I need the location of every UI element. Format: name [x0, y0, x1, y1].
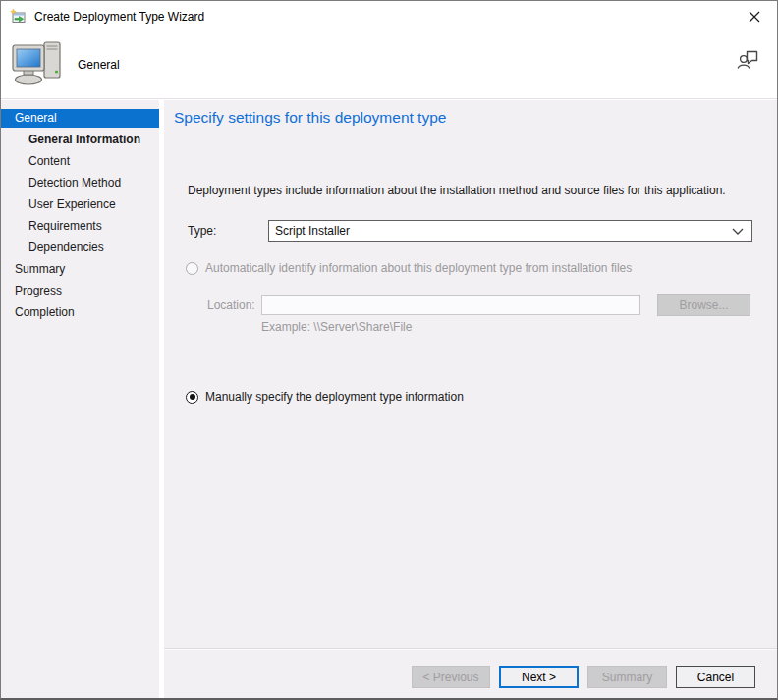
type-dropdown[interactable]: Script Installer — [268, 220, 752, 242]
location-example-text: Example: \\Server\Share\File — [261, 320, 412, 334]
description-text: Deployment types include information abo… — [188, 184, 757, 197]
wizard-header: General — [1, 31, 777, 99]
computer-icon — [11, 36, 66, 91]
summary-button[interactable]: Summary — [587, 666, 667, 688]
cancel-button[interactable]: Cancel — [676, 666, 755, 688]
type-label: Type: — [188, 224, 216, 238]
title-bar: Create Deployment Type Wizard — [1, 1, 777, 31]
nav-item-user-experience[interactable]: User Experience — [1, 195, 159, 214]
nav-item-detection-method[interactable]: Detection Method — [1, 174, 159, 192]
nav-item-dependencies[interactable]: Dependencies — [1, 239, 159, 257]
nav-item-summary[interactable]: Summary — [1, 260, 159, 279]
nav-item-requirements[interactable]: Requirements — [1, 217, 159, 236]
wizard-app-icon — [10, 9, 26, 25]
previous-button[interactable]: < Previous — [412, 666, 490, 688]
header-page-title: General — [78, 58, 120, 72]
radio-auto-identify[interactable] — [186, 262, 198, 275]
feedback-icon[interactable] — [736, 48, 761, 74]
nav-item-general[interactable]: General — [1, 109, 159, 128]
close-icon[interactable] — [732, 1, 777, 31]
location-input[interactable] — [261, 295, 640, 315]
nav-item-content[interactable]: Content — [1, 152, 159, 171]
footer-separator — [164, 648, 777, 650]
radio-manual-specify[interactable] — [186, 391, 198, 404]
page-heading: Specify settings for this deployment typ… — [174, 109, 446, 127]
location-label: Location: — [207, 298, 255, 312]
content-area: Specify settings for this deployment typ… — [164, 100, 777, 698]
nav-item-completion[interactable]: Completion — [1, 303, 159, 322]
create-deployment-type-wizard-window: Create Deployment Type Wizard — [0, 0, 778, 700]
window-title: Create Deployment Type Wizard — [34, 10, 204, 24]
nav-item-progress[interactable]: Progress — [1, 282, 159, 300]
auto-identify-option: Automatically identify information about… — [186, 261, 632, 275]
manual-specify-option: Manually specify the deployment type inf… — [186, 390, 464, 404]
chevron-down-icon — [732, 228, 744, 235]
type-dropdown-value: Script Installer — [275, 224, 350, 238]
nav-item-general-information[interactable]: General Information — [1, 131, 159, 149]
radio-auto-identify-label: Automatically identify information about… — [205, 261, 632, 275]
browse-button[interactable]: Browse... — [657, 294, 750, 316]
radio-manual-specify-label: Manually specify the deployment type inf… — [205, 390, 464, 404]
next-button[interactable]: Next > — [499, 666, 579, 688]
wizard-nav: General General Information Content Dete… — [1, 100, 159, 698]
